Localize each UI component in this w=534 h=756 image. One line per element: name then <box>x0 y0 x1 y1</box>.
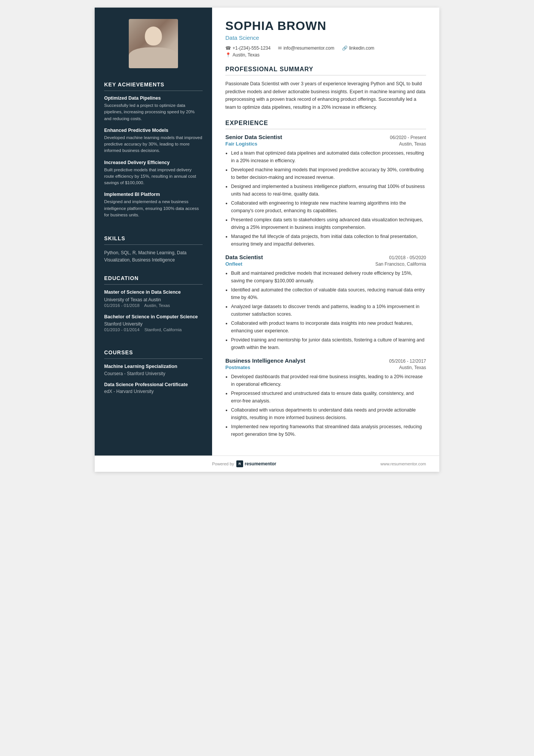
summary-text: Passionate Data Scientist with over 3 ye… <box>225 80 426 111</box>
job-2-title: Data Scientist <box>225 254 263 260</box>
job-3-bullets: Developed dashboards that provided real-… <box>225 373 426 438</box>
footer: Powered by R resumementor www.resumement… <box>95 455 439 472</box>
avatar-container <box>95 8 212 76</box>
bullet: Collaborated with various departments to… <box>231 406 426 421</box>
achievement-item: Increased Delivery Efficiency Built pred… <box>104 160 203 186</box>
course-item-1: Machine Learning Specialization Coursera… <box>104 363 203 376</box>
job-1-bullets: Led a team that optimized data pipelines… <box>225 149 426 248</box>
job-3-location: Austin, Texas <box>399 365 426 370</box>
skills-title: SKILLS <box>104 235 203 245</box>
linkedin-icon: 🔗 <box>342 45 348 51</box>
bullet: Implemented new reporting frameworks tha… <box>231 423 426 438</box>
job-3-header: Business Intelligence Analyst 05/2016 - … <box>225 357 426 364</box>
job-3-title: Business Intelligence Analyst <box>225 357 305 364</box>
email-text: info@resumementor.com <box>283 45 334 51</box>
job-2-dates: 01/2018 - 05/2020 <box>389 255 426 260</box>
achievement-item: Implemented BI Platform Designed and imp… <box>104 192 203 218</box>
resume-body: KEY ACHIEVEMENTS Optimized Data Pipeline… <box>95 8 439 455</box>
bullet: Preprocessed structured and unstructured… <box>231 390 426 405</box>
achievement-item: Optimized Data Pipelines Successfully le… <box>104 95 203 122</box>
job-2-company: Onfleet <box>225 261 242 267</box>
bullet: Led a team that optimized data pipelines… <box>231 149 426 164</box>
bullet: Provided training and mentorship for jun… <box>231 336 426 351</box>
achievement-title-1: Optimized Data Pipelines <box>104 95 203 101</box>
avatar <box>129 19 178 68</box>
contact-location: 📍 Austin, Texas <box>225 52 259 58</box>
summary-title: PROFESSIONAL SUMMARY <box>225 66 426 75</box>
location-text: Austin, Texas <box>233 52 259 58</box>
skills-section: SKILLS Python, SQL, R, Machine Learning,… <box>95 230 212 269</box>
edu-item-2: Bachelor of Science in Computer Science … <box>104 314 203 332</box>
job-2: Data Scientist 01/2018 - 05/2020 Onfleet… <box>225 254 426 351</box>
job-1-subheader: Fair Logistics Austin, Texas <box>225 141 426 147</box>
achievements-title: KEY ACHIEVEMENTS <box>104 81 203 91</box>
job-3-dates: 05/2016 - 12/2017 <box>389 358 426 364</box>
edu-dates-1: 01/2016 - 01/2018 Austin, Texas <box>104 303 203 308</box>
resume-container: KEY ACHIEVEMENTS Optimized Data Pipeline… <box>95 8 439 472</box>
job-3: Business Intelligence Analyst 05/2016 - … <box>225 357 426 438</box>
course-title-2: Data Science Professional Certificate <box>104 382 203 388</box>
candidate-name: SOPHIA BROWN <box>225 19 426 33</box>
edu-school-2: Stanford University <box>104 321 203 327</box>
bullet: Developed machine learning models that i… <box>231 166 426 181</box>
job-2-header: Data Scientist 01/2018 - 05/2020 <box>225 254 426 260</box>
course-item-2: Data Science Professional Certificate ed… <box>104 382 203 394</box>
powered-by-text: Powered by <box>212 462 234 466</box>
job-2-subheader: Onfleet San Francisco, California <box>225 261 426 267</box>
footer-logo: R resumementor <box>236 460 276 467</box>
achievement-item: Enhanced Predictive Models Developed mac… <box>104 128 203 154</box>
course-provider-2: edX - Harvard University <box>104 389 203 394</box>
contact-phone: ☎ +1-(234)-555-1234 <box>225 45 270 51</box>
education-section: EDUCATION Master of Science in Data Scie… <box>95 269 212 344</box>
achievement-desc-3: Built predictive models that improved de… <box>104 167 203 186</box>
job-1-location: Austin, Texas <box>399 141 426 147</box>
footer-website: www.resumementor.com <box>381 462 426 466</box>
main-content: SOPHIA BROWN Data Science ☎ +1-(234)-555… <box>212 8 439 455</box>
experience-section: EXPERIENCE Senior Data Scientist 06/2020… <box>225 120 426 438</box>
bullet: Analyzed large datasets to discover tren… <box>231 303 426 318</box>
job-3-company: Postmates <box>225 365 250 370</box>
edu-school-1: University of Texas at Austin <box>104 297 203 302</box>
edu-dates-2: 01/2010 - 01/2014 Stanford, California <box>104 327 203 332</box>
bullet: Developed dashboards that provided real-… <box>231 373 426 388</box>
contact-row-1: ☎ +1-(234)-555-1234 ✉ info@resumementor.… <box>225 45 426 51</box>
achievement-title-2: Enhanced Predictive Models <box>104 128 203 133</box>
location-icon: 📍 <box>225 52 231 58</box>
job-1-company: Fair Logistics <box>225 141 258 147</box>
contact-row-2: 📍 Austin, Texas <box>225 52 426 58</box>
edu-degree-1: Master of Science in Data Science <box>104 289 203 296</box>
logo-icon: R <box>236 460 243 467</box>
sidebar: KEY ACHIEVEMENTS Optimized Data Pipeline… <box>95 8 212 455</box>
job-2-bullets: Built and maintained predictive models t… <box>225 269 426 351</box>
phone-icon: ☎ <box>225 45 231 51</box>
bullet: Built and maintained predictive models t… <box>231 269 426 285</box>
phone-text: +1-(234)-555-1234 <box>233 45 270 51</box>
skills-text: Python, SQL, R, Machine Learning, Data V… <box>104 249 203 264</box>
linkedin-text: linkedin.com <box>349 45 375 51</box>
job-1: Senior Data Scientist 06/2020 - Present … <box>225 134 426 248</box>
courses-section: COURSES Machine Learning Specialization … <box>95 344 212 405</box>
experience-title: EXPERIENCE <box>225 120 426 129</box>
achievement-title-3: Increased Delivery Efficiency <box>104 160 203 165</box>
courses-title: COURSES <box>104 349 203 359</box>
job-3-subheader: Postmates Austin, Texas <box>225 365 426 370</box>
job-1-dates: 06/2020 - Present <box>390 135 426 140</box>
job-1-title: Senior Data Scientist <box>225 134 282 140</box>
course-provider-1: Coursera - Stanford University <box>104 371 203 376</box>
candidate-title: Data Science <box>225 34 426 41</box>
achievement-desc-1: Successfully led a project to optimize d… <box>104 102 203 122</box>
job-2-location: San Francisco, California <box>375 261 426 267</box>
bullet: Identified and automated the collection … <box>231 286 426 301</box>
logo-text: resumementor <box>245 461 276 466</box>
footer-left: Powered by R resumementor <box>212 460 276 467</box>
achievements-section: KEY ACHIEVEMENTS Optimized Data Pipeline… <box>95 76 212 230</box>
education-title: EDUCATION <box>104 275 203 285</box>
contact-linkedin: 🔗 linkedin.com <box>342 45 375 51</box>
summary-section: PROFESSIONAL SUMMARY Passionate Data Sci… <box>225 66 426 111</box>
bullet: Presented complex data sets to stakehold… <box>231 216 426 231</box>
contact-email: ✉ info@resumementor.com <box>278 45 334 51</box>
email-icon: ✉ <box>278 45 282 51</box>
achievement-desc-2: Developed machine learning models that i… <box>104 135 203 154</box>
achievement-desc-4: Designed and implemented a new business … <box>104 199 203 218</box>
bullet: Collaborated with engineering to integra… <box>231 199 426 214</box>
